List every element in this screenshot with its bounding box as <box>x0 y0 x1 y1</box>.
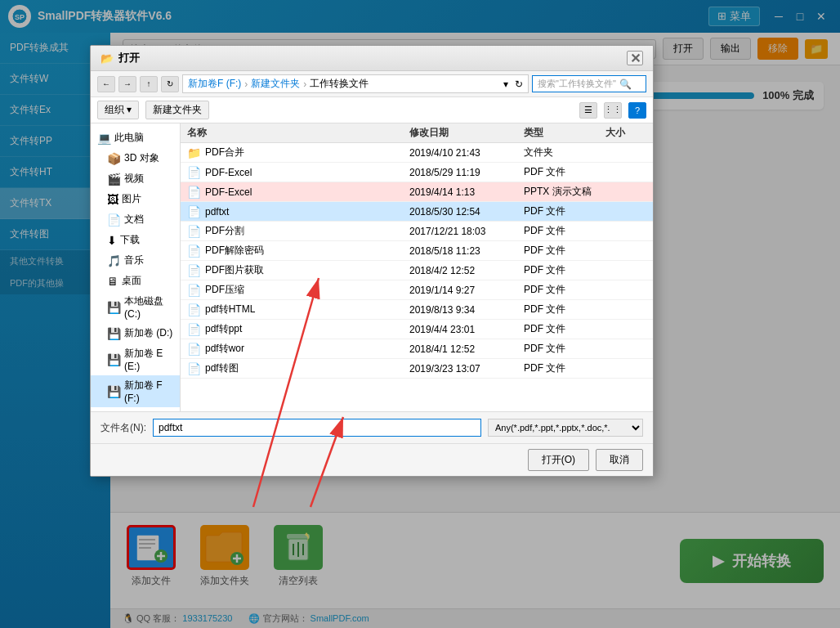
dialog-search-text: 搜索"工作转换文件" <box>538 78 616 90</box>
col-size[interactable]: 大小 <box>605 126 646 140</box>
dialog-title-bar: 📂 打开 ✕ <box>91 46 653 71</box>
col-name[interactable]: 名称 <box>187 126 409 140</box>
file-row-5[interactable]: 📄PDF解除密码 2018/5/18 11:23 PDF 文件 <box>181 241 653 261</box>
sidebar-music[interactable]: 🎵 音乐 <box>91 250 180 271</box>
file-row-8[interactable]: 📄pdf转HTML 2019/8/13 9:34 PDF 文件 <box>181 300 653 320</box>
path-dropdown-icon[interactable]: ▾ <box>503 78 508 90</box>
folder-icon: 📁 <box>187 146 201 159</box>
file-row-3[interactable]: 📄pdftxt 2018/5/30 12:54 PDF 文件 <box>181 202 653 222</box>
pdf-icon-7: 📄 <box>187 284 201 297</box>
path-folder2: 工作转换文件 <box>310 77 369 91</box>
dialog-overlay: 📂 打开 ✕ ← → ↑ ↻ 新加卷F (F:) › 新建文件夹 › 工作转换文… <box>0 0 840 628</box>
drive-d-icon: 💾 <box>107 327 121 340</box>
col-type[interactable]: 类型 <box>524 126 605 140</box>
sidebar-documents[interactable]: 📄 文档 <box>91 209 180 230</box>
file-row-7[interactable]: 📄PDF压缩 2019/1/14 9:27 PDF 文件 <box>181 280 653 300</box>
path-bar: 新加卷F (F:) › 新建文件夹 › 工作转换文件 ▾ ↻ <box>182 74 529 93</box>
pdf-icon: 📄 <box>187 166 201 179</box>
file-row-1[interactable]: 📄PDF-Excel 2018/5/29 11:19 PDF 文件 <box>181 163 653 182</box>
sidebar-desktop[interactable]: 🖥 桌面 <box>91 271 180 291</box>
sidebar-this-pc[interactable]: 💻 此电脑 <box>91 128 180 148</box>
sidebar-drive-f[interactable]: 💾 新加卷 F (F:) <box>91 375 180 407</box>
pdf-icon-8: 📄 <box>187 303 201 316</box>
file-list-header: 名称 修改日期 类型 大小 <box>181 123 653 143</box>
dialog-folder-icon: 📂 <box>101 52 114 65</box>
new-folder-button[interactable]: 新建文件夹 <box>145 101 209 119</box>
dialog-search: 搜索"工作转换文件" 🔍 <box>532 75 646 92</box>
sidebar-drive-e[interactable]: 💾 新加卷 E (E:) <box>91 343 180 375</box>
pdf-icon-9: 📄 <box>187 323 201 336</box>
dialog-file-list: 名称 修改日期 类型 大小 📁PDF合并 2019/4/10 21:43 文件夹… <box>181 123 653 411</box>
view-help-button[interactable]: ? <box>628 102 646 119</box>
sidebar-downloads[interactable]: ⬇ 下载 <box>91 230 180 250</box>
download-icon: ⬇ <box>107 234 117 247</box>
path-root[interactable]: 新加卷F (F:) <box>188 77 241 91</box>
organize-button[interactable]: 组织 ▾ <box>97 101 139 119</box>
pdf-icon-6: 📄 <box>187 264 201 277</box>
desktop-icon: 🖥 <box>107 275 118 288</box>
dialog-footer: 文件名(N): Any(*.pdf,*.ppt,*.pptx,*.doc,*. <box>91 411 653 443</box>
pdf-icon-5: 📄 <box>187 244 201 258</box>
file-row-9[interactable]: 📄pdf转ppt 2019/4/4 23:01 PDF 文件 <box>181 320 653 339</box>
file-row-4[interactable]: 📄PDF分割 2017/12/21 18:03 PDF 文件 <box>181 222 653 241</box>
nav-refresh-button[interactable]: ↻ <box>161 76 179 92</box>
file-row-6[interactable]: 📄PDF图片获取 2018/4/2 12:52 PDF 文件 <box>181 261 653 280</box>
dialog-organize-bar: 组织 ▾ 新建文件夹 ☰ ⋮⋮ ? <box>91 97 653 123</box>
dialog-open-button[interactable]: 打开(O) <box>528 449 589 471</box>
file-row-2[interactable]: 📄PDF-Excel 2019/4/14 1:13 PPTX 演示文稿 <box>181 182 653 202</box>
view-list-button[interactable]: ☰ <box>579 102 597 119</box>
filename-label: 文件名(N): <box>101 421 146 435</box>
dialog-body: 💻 此电脑 📦 3D 对象 🎬 视频 🖼 图片 📄 文档 <box>91 123 653 411</box>
dialog-nav-toolbar: ← → ↑ ↻ 新加卷F (F:) › 新建文件夹 › 工作转换文件 ▾ ↻ 搜… <box>91 71 653 97</box>
sidebar-pictures[interactable]: 🖼 图片 <box>91 189 180 209</box>
pdf-icon-4: 📄 <box>187 225 201 238</box>
dialog-cancel-button[interactable]: 取消 <box>596 449 643 471</box>
dialog-action-bar: 打开(O) 取消 <box>91 443 653 476</box>
path-refresh-icon[interactable]: ↻ <box>515 78 523 90</box>
sidebar-drive-d[interactable]: 💾 新加卷 (D:) <box>91 323 180 343</box>
pdf-icon-10: 📄 <box>187 343 201 356</box>
pc-icon: 💻 <box>97 132 111 145</box>
file-row-11[interactable]: 📄pdf转图 2019/3/23 13:07 PDF 文件 <box>181 359 653 379</box>
drive-e-icon: 💾 <box>107 353 121 366</box>
dialog-close-button[interactable]: ✕ <box>627 51 643 65</box>
nav-forward-button[interactable]: → <box>118 76 136 92</box>
sidebar-video[interactable]: 🎬 视频 <box>91 168 180 189</box>
file-row-0[interactable]: 📁PDF合并 2019/4/10 21:43 文件夹 <box>181 143 653 163</box>
open-file-dialog: 📂 打开 ✕ ← → ↑ ↻ 新加卷F (F:) › 新建文件夹 › 工作转换文… <box>90 45 654 477</box>
nav-back-button[interactable]: ← <box>97 76 115 92</box>
pdf-icon-3: 📄 <box>187 205 201 218</box>
col-modified[interactable]: 修改日期 <box>409 126 524 140</box>
filename-input[interactable] <box>153 419 481 437</box>
file-row-10[interactable]: 📄pdf转wor 2018/4/1 12:52 PDF 文件 <box>181 339 653 359</box>
video-icon: 🎬 <box>107 173 121 186</box>
drive-c-icon: 💾 <box>107 301 121 314</box>
view-details-button[interactable]: ⋮⋮ <box>604 102 622 119</box>
dialog-search-icon[interactable]: 🔍 <box>619 78 632 90</box>
dialog-title-text: 打开 <box>118 51 140 65</box>
pptx-icon: 📄 <box>187 186 201 199</box>
drive-f-icon: 💾 <box>107 385 121 398</box>
path-folder1[interactable]: 新建文件夹 <box>251 77 300 91</box>
sidebar-drive-c[interactable]: 💾 本地磁盘 (C:) <box>91 291 180 323</box>
filetype-select[interactable]: Any(*.pdf,*.ppt,*.pptx,*.doc,*. <box>488 419 643 437</box>
music-icon: 🎵 <box>107 254 121 267</box>
pdf-icon-11: 📄 <box>187 362 201 375</box>
dialog-sidebar: 💻 此电脑 📦 3D 对象 🎬 视频 🖼 图片 📄 文档 <box>91 123 181 411</box>
sidebar-3d-objects[interactable]: 📦 3D 对象 <box>91 148 180 168</box>
document-icon: 📄 <box>107 213 121 227</box>
picture-icon: 🖼 <box>107 193 118 206</box>
3d-icon: 📦 <box>107 152 121 165</box>
nav-up-button[interactable]: ↑ <box>140 76 158 92</box>
